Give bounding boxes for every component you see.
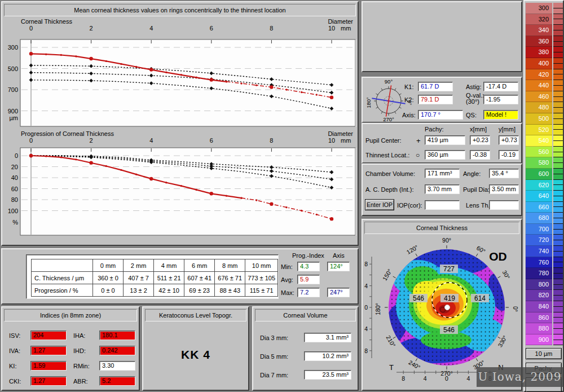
scale-value: 580 — [526, 157, 552, 169]
watermark: U Iowa, 2009 — [477, 367, 563, 387]
k-readings-panel: 90°180°0°270° K1: 61.7 D K2: 79.1 D Axis… — [362, 77, 522, 123]
scale-entry: 780 — [526, 268, 563, 279]
scale-entry: 700 — [526, 224, 563, 235]
table-header: 2 mm — [124, 259, 154, 272]
scale-tick-bar — [553, 147, 563, 158]
svg-text:µm: µm — [9, 114, 18, 121]
index-value: 204 — [30, 331, 67, 340]
table-header: 0 mm — [92, 259, 123, 272]
thickness-and-progression-charts: 300500700900µm0246810mmCorneal Thickness… — [2, 2, 358, 243]
table-cell: 607 ± 41 — [184, 272, 215, 284]
scale-tick-bar — [553, 301, 563, 312]
table-cell: 69 ± 23 — [184, 284, 215, 297]
scale-tick-bar — [553, 191, 563, 202]
scale-entry: 440 — [526, 80, 563, 91]
svg-text:mm: mm — [341, 137, 351, 144]
indices-panel: Indices (in 8mm zone) ISV:204IVA:1.27KI:… — [1, 306, 140, 391]
scale-entry: 340 — [526, 25, 563, 36]
svg-text:6: 6 — [210, 25, 213, 32]
svg-text:4: 4 — [466, 375, 470, 382]
chamber-volume-label: Chamber Volume: — [365, 170, 415, 177]
max-value: 7.2 — [297, 288, 320, 297]
scale-tick-bar — [553, 113, 563, 125]
scale-value: 680 — [526, 213, 552, 224]
avg-value: 5.9 — [297, 275, 320, 284]
volume-value: 3.1 mm³ — [304, 333, 351, 342]
index-label: KI: — [9, 363, 16, 369]
svg-text:80: 80 — [11, 196, 18, 203]
scale-tick-bar — [553, 323, 563, 334]
svg-text:4: 4 — [364, 283, 368, 289]
scale-tick-bar — [553, 202, 563, 213]
scale-tick-bar — [553, 25, 563, 36]
k2-value: 79.1 D — [418, 95, 453, 104]
eye-side-label: OD — [489, 250, 507, 263]
svg-text:300: 300 — [8, 44, 18, 51]
svg-text:700: 700 — [8, 86, 18, 93]
scale-value: 340 — [526, 25, 552, 36]
scale-value: 820 — [526, 290, 552, 301]
indices-title: Indices (in 8mm zone) — [4, 309, 137, 321]
scale-entry: 400 — [526, 58, 563, 69]
axis-header: Axis — [333, 252, 345, 259]
scale-entry: 820 — [526, 290, 563, 301]
scale-value: 420 — [526, 69, 552, 81]
table-header — [32, 259, 93, 272]
svg-text:8: 8 — [270, 25, 273, 32]
lens-th-input[interactable] — [489, 200, 519, 210]
scale-tick-bar — [553, 279, 563, 290]
index-value: 1.27 — [30, 346, 67, 355]
thinnest-x-value: -0.38 — [470, 150, 490, 160]
table-cell: 115 ± 71 — [245, 284, 278, 297]
scale-value: 640 — [526, 191, 552, 202]
svg-text:330°: 330° — [496, 334, 508, 349]
scale-entry: 660 — [526, 202, 563, 213]
table-cell: 676 ± 71 — [215, 272, 245, 284]
scale-tick-bar — [553, 157, 563, 169]
pupil-dia-value: 3.50 mm — [489, 184, 519, 194]
max-label: Max: — [281, 289, 294, 296]
index-label: RMin: — [73, 363, 90, 369]
pupil-y-value: +0.73 — [499, 135, 519, 145]
scale-value: 540 — [526, 135, 552, 147]
iop-cor-input[interactable] — [425, 200, 460, 210]
scale-tick-bar — [553, 47, 563, 58]
scale-entry: 320 — [526, 14, 563, 25]
svg-text:Diameter: Diameter — [328, 18, 353, 25]
qval-label: Q-val.: (30°) — [466, 93, 484, 105]
svg-text:4: 4 — [149, 25, 153, 32]
svg-text:8: 8 — [364, 347, 368, 354]
svg-text:100: 100 — [8, 208, 18, 214]
scale-entry: 880 — [526, 323, 563, 334]
scale-entry: 560 — [526, 147, 563, 158]
scale-value: 520 — [526, 125, 552, 136]
scale-entry: 720 — [526, 235, 563, 246]
prog-index-header: Prog.-Index — [292, 252, 324, 259]
scale-tick-bar — [553, 235, 563, 246]
scale-value: 880 — [526, 323, 552, 334]
svg-text:150°: 150° — [381, 268, 393, 282]
svg-text:4: 4 — [149, 137, 153, 144]
thinnest-pachy-value: 360 µm — [425, 150, 465, 160]
avg-label: Avg: — [281, 276, 293, 283]
pupil-x-value: +0.23 — [470, 135, 490, 145]
scale-entry: 800 — [526, 279, 563, 290]
svg-text:10: 10 — [328, 137, 335, 144]
min-label: Min: — [281, 263, 293, 270]
scale-value: 780 — [526, 268, 552, 279]
scale-entry: 680 — [526, 213, 563, 224]
scale-value: 900 — [526, 334, 552, 346]
svg-text:90°: 90° — [385, 78, 393, 85]
svg-text:500: 500 — [8, 65, 18, 72]
enter-iop-button[interactable]: Enter IOP — [365, 199, 394, 210]
scale-value: 320 — [526, 14, 552, 25]
pupil-center-label: Pupil Center: — [365, 137, 402, 144]
index-value: 0.242 — [99, 346, 135, 355]
svg-text:2: 2 — [90, 137, 93, 144]
map-title: Corneal Thickness — [364, 222, 519, 234]
scale-value: 760 — [526, 257, 552, 268]
scale-tick-bar — [553, 91, 563, 103]
keratoconus-panel: Keratoconus Level Topogr. KK 4 — [142, 306, 249, 391]
scale-tick-bar — [553, 290, 563, 301]
svg-text:0: 0 — [445, 375, 448, 382]
